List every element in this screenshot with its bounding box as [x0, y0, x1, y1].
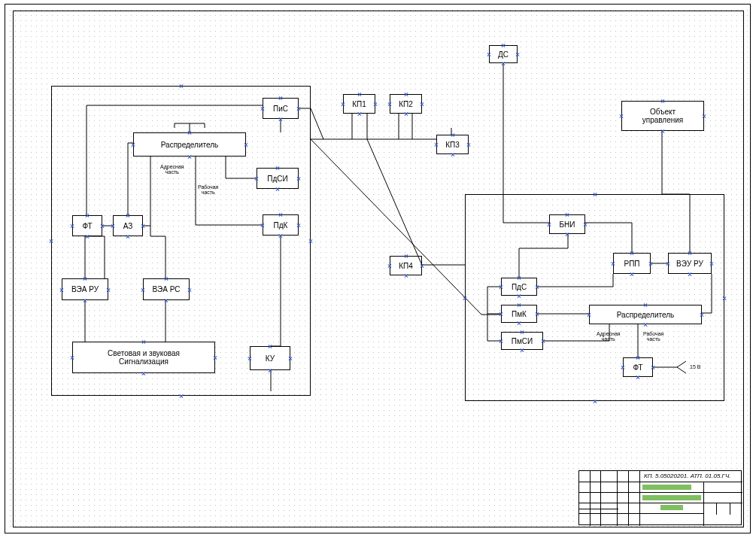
box-vea-ru[interactable]: ВЭА РУ [62, 278, 108, 300]
box-kp3[interactable]: КП3 [436, 135, 469, 154]
label-addr2: Адресная часть [597, 331, 621, 342]
box-rpp[interactable]: РПП [613, 253, 651, 274]
title-code: КП. 5.05020201. АТП. 01.05.ГЧ. [644, 473, 731, 479]
label-addr1: Адресная часть [160, 164, 184, 175]
redact-1 [642, 485, 691, 490]
box-bni[interactable]: БНИ [549, 214, 585, 234]
title-block: КП. 5.05020201. АТП. 01.05.ГЧ. [578, 470, 742, 525]
box-obj[interactable]: Объект управления [621, 101, 704, 131]
box-vea-rs[interactable]: ВЭА РС [143, 278, 190, 300]
box-pmsi[interactable]: ПмСИ [501, 332, 543, 350]
box-veu-ru[interactable]: ВЭУ РУ [668, 253, 712, 274]
box-az[interactable]: АЗ [113, 215, 143, 236]
box-pis[interactable]: ПиС [263, 98, 299, 119]
box-kp2[interactable]: КП2 [390, 94, 422, 114]
box-ku[interactable]: КУ [250, 346, 290, 370]
box-pdsi[interactable]: ПдСИ [257, 168, 299, 189]
box-kp4[interactable]: КП4 [390, 256, 422, 275]
box-raspred2[interactable]: Распределитель [589, 305, 702, 324]
box-raspred1[interactable]: Распределитель [133, 132, 246, 157]
box-kp1[interactable]: КП1 [343, 94, 375, 114]
box-pdk[interactable]: ПдК [263, 214, 299, 236]
redact-2 [642, 495, 701, 500]
label-work1: Рабочая часть [198, 184, 218, 195]
region-right [465, 194, 724, 401]
box-ft1[interactable]: ФТ [72, 215, 102, 236]
box-pmk[interactable]: ПмК [501, 305, 537, 323]
label-work2: Рабочая часть [643, 331, 663, 342]
label-15v: 15 В [690, 364, 700, 369]
box-ft2[interactable]: ФТ [623, 357, 653, 377]
redact-3 [660, 505, 683, 510]
box-signal[interactable]: Световая и звуковая Сигнализация [72, 342, 215, 373]
box-pds2[interactable]: ПдС [501, 278, 537, 296]
box-ds[interactable]: ДС [489, 45, 518, 63]
